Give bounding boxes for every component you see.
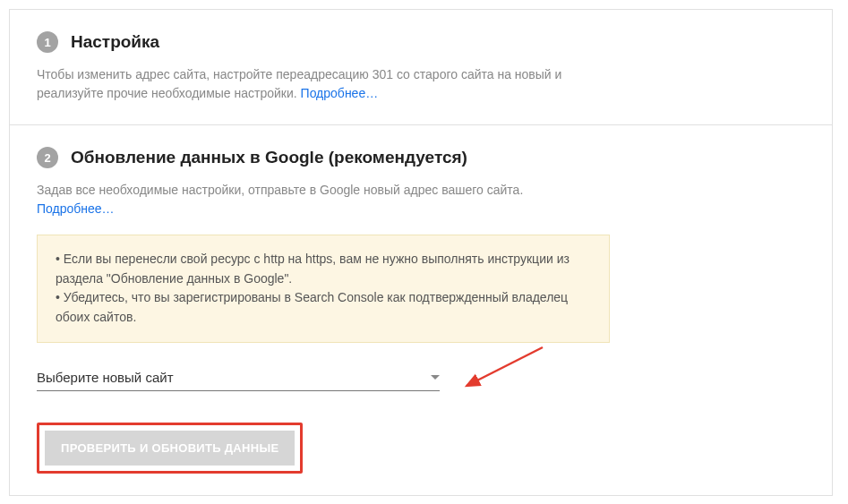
new-site-select[interactable]: Выберите новый сайт — [37, 370, 440, 391]
arrow-annotation-icon — [458, 343, 556, 397]
select-placeholder: Выберите новый сайт — [37, 370, 174, 385]
info-box: • Если вы перенесли свой ресурс с http н… — [37, 235, 610, 343]
step1-more-link[interactable]: Подробнее… — [301, 86, 379, 100]
step1-header: 1 Настройка — [37, 31, 805, 53]
submit-highlight-box: ПРОВЕРИТЬ И ОБНОВИТЬ ДАННЫЕ — [37, 423, 303, 474]
step1-badge: 1 — [37, 31, 58, 53]
verify-update-button[interactable]: ПРОВЕРИТЬ И ОБНОВИТЬ ДАННЫЕ — [45, 431, 295, 466]
chevron-down-icon — [431, 375, 440, 380]
svg-line-1 — [467, 347, 543, 386]
step1-desc-text: Чтобы изменить адрес сайта, настройте пе… — [37, 67, 561, 100]
settings-panel: 1 Настройка Чтобы изменить адрес сайта, … — [9, 9, 833, 496]
step1-description: Чтобы изменить адрес сайта, настройте пе… — [37, 65, 592, 103]
step2-section: 2 Обновление данных в Google (рекомендуе… — [10, 124, 832, 495]
step1-section: 1 Настройка Чтобы изменить адрес сайта, … — [10, 10, 832, 124]
step2-header: 2 Обновление данных в Google (рекомендуе… — [37, 147, 805, 168]
step1-title: Настройка — [71, 32, 159, 52]
info-item-0: • Если вы перенесли свой ресурс с http н… — [56, 250, 591, 288]
info-item-1: • Убедитесь, что вы зарегистрированы в S… — [56, 288, 591, 327]
step2-desc-text: Задав все необходимые настройки, отправь… — [37, 183, 523, 197]
info-item-0-text: Если вы перенесли свой ресурс с http на … — [56, 252, 570, 286]
info-item-1-text: Убедитесь, что вы зарегистрированы в Sea… — [56, 290, 568, 324]
step2-badge: 2 — [37, 147, 58, 168]
step2-more-link[interactable]: Подробнее… — [37, 201, 115, 216]
step2-title: Обновление данных в Google (рекомендуетс… — [71, 148, 467, 167]
step2-description: Задав все необходимые настройки, отправь… — [37, 181, 592, 218]
